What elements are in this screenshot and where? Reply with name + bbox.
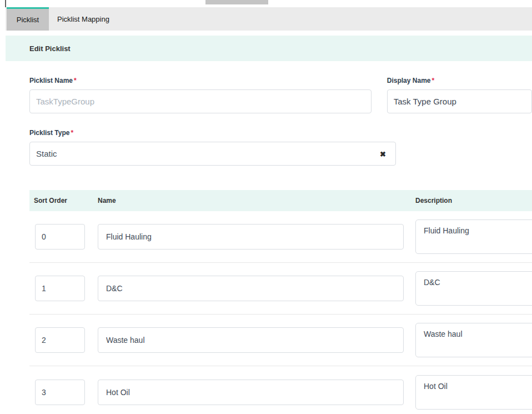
page-title: Edit Picklist xyxy=(29,44,71,53)
picklist-type-label: Picklist Type* xyxy=(29,129,396,137)
name-input[interactable] xyxy=(98,380,404,405)
header-description: Description xyxy=(415,197,532,204)
top-strip xyxy=(0,0,532,7)
table-row: Waste haul xyxy=(29,315,532,366)
header-name: Name xyxy=(98,197,415,204)
picklist-type-value: Static xyxy=(36,149,57,158)
required-asterisk: * xyxy=(431,77,434,84)
top-gray-fragment xyxy=(205,0,268,4)
name-input[interactable] xyxy=(98,276,404,301)
display-name-input[interactable] xyxy=(387,89,532,113)
picklist-name-input[interactable] xyxy=(29,89,372,113)
display-name-field: Display Name* xyxy=(387,77,532,113)
table-header-row: Sort Order Name Description xyxy=(29,190,532,211)
sort-order-input[interactable] xyxy=(35,224,85,250)
picklist-type-select[interactable]: Static ✖ xyxy=(29,142,396,166)
edit-picklist-form: Picklist Name* Display Name* Picklist Ty… xyxy=(6,77,532,166)
picklist-type-field: Picklist Type* Static ✖ xyxy=(29,129,396,166)
name-input[interactable] xyxy=(98,224,404,250)
tab-picklist[interactable]: Picklist xyxy=(7,7,49,31)
sort-order-input[interactable] xyxy=(35,276,85,301)
display-name-label: Display Name* xyxy=(387,77,532,84)
sort-order-input[interactable] xyxy=(35,380,85,405)
table-row: Hot Oil xyxy=(29,366,532,414)
description-textarea[interactable]: Hot Oil xyxy=(415,375,532,410)
required-asterisk: * xyxy=(71,129,73,137)
description-textarea[interactable]: Fluid Hauling xyxy=(415,220,532,254)
tab-picklist-mapping-label: Picklist Mapping xyxy=(57,15,109,23)
section-header: Edit Picklist xyxy=(6,36,532,61)
picklist-name-label: Picklist Name* xyxy=(29,77,372,84)
tab-picklist-label: Picklist xyxy=(17,16,39,24)
name-input[interactable] xyxy=(98,327,404,353)
tab-picklist-mapping[interactable]: Picklist Mapping xyxy=(49,7,118,31)
clear-icon[interactable]: ✖ xyxy=(380,150,386,157)
description-textarea[interactable]: D&C xyxy=(415,271,532,306)
page-root: Picklist Picklist Mapping Edit Picklist … xyxy=(6,7,532,414)
picklist-values-table: Sort Order Name Description Fluid Haulin… xyxy=(29,190,532,414)
required-asterisk: * xyxy=(74,77,77,84)
tab-bar: Picklist Picklist Mapping xyxy=(6,7,532,31)
picklist-name-field: Picklist Name* xyxy=(29,77,372,113)
description-textarea[interactable]: Waste haul xyxy=(415,323,532,357)
sort-order-input[interactable] xyxy=(35,327,85,353)
header-sort-order: Sort Order xyxy=(29,197,98,204)
table-row: D&C xyxy=(29,263,532,315)
table-row: Fluid Hauling xyxy=(29,211,532,263)
top-edge-fragment xyxy=(5,0,6,7)
